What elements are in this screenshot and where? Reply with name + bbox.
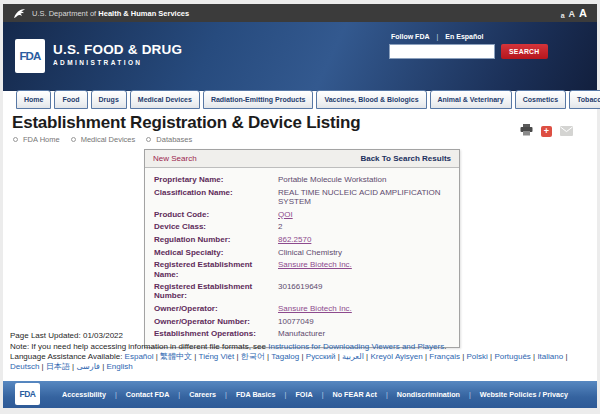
language-assistance: Language Assistance Available: Español繁體…	[10, 352, 591, 371]
fda-logo[interactable]: FDA	[15, 39, 45, 73]
language-link[interactable]: Polski	[467, 352, 495, 361]
footer-link[interactable]: No FEAR Act	[333, 390, 397, 399]
language-link[interactable]: Français	[429, 352, 466, 361]
fda-wordmark-line2: ADMINISTRATION	[53, 59, 182, 66]
breadcrumb-fda-home[interactable]: FDA Home	[23, 135, 60, 144]
search-input[interactable]	[389, 44, 495, 59]
language-link[interactable]: English	[106, 362, 132, 371]
device-record-panel: New Search Back To Search Results Propri…	[144, 149, 460, 348]
nav-tab[interactable]: Food	[54, 90, 87, 109]
hhs-top-bar: U.S. Department of Health & Human Servic…	[3, 4, 597, 22]
breadcrumb-databases[interactable]: Databases	[156, 135, 192, 144]
footer-fda-logo[interactable]: FDA	[15, 383, 40, 405]
breadcrumb: FDA Home Medical Devices Databases	[13, 135, 198, 144]
new-search-link[interactable]: New Search	[153, 154, 197, 163]
breadcrumb-bullet-icon	[71, 137, 76, 142]
language-link[interactable]: Tagalog	[271, 352, 306, 361]
field-label: Device Class:	[154, 222, 270, 231]
language-link[interactable]: 한국어	[241, 352, 272, 361]
share-icon[interactable]: +	[541, 126, 552, 137]
en-espanol-link[interactable]: En Español	[445, 33, 483, 40]
field-label: Owner/Operator:	[154, 304, 270, 313]
field-label: Product Code:	[154, 210, 270, 219]
nav-tab[interactable]: Drugs	[91, 90, 127, 109]
font-size-small-button[interactable]: a	[561, 12, 565, 19]
language-link[interactable]: Deutsch	[10, 362, 46, 371]
search-button[interactable]: SEARCH	[501, 44, 548, 59]
language-link[interactable]: 繁體中文	[160, 352, 199, 361]
language-link[interactable]: Kreyòl Ayisyen	[370, 352, 429, 361]
page-title: Establishment Registration & Device List…	[12, 113, 360, 133]
breadcrumb-bullet-icon	[146, 137, 151, 142]
file-formats-note: Note: If you need help accessing informa…	[10, 342, 591, 352]
fda-wordmark-line1: U.S. FOOD & DRUG	[53, 42, 182, 57]
language-link[interactable]: فارسی	[76, 362, 106, 371]
owner-operator-link[interactable]: Sansure Biotech Inc.	[278, 304, 450, 313]
field-label: Regulation Number:	[154, 235, 270, 244]
fda-wordmark: U.S. FOOD & DRUG ADMINISTRATION	[53, 42, 182, 66]
footer-link[interactable]: Website Policies / Privacy	[480, 390, 568, 399]
nav-tab[interactable]: Radiation-Emitting Products	[203, 90, 314, 109]
registered-establishment-name-link[interactable]: Sansure Biotech Inc.	[278, 260, 450, 278]
field-label: Medical Specialty:	[154, 248, 270, 257]
field-label: Registered Establishment Name:	[154, 260, 270, 278]
registered-establishment-number-value: 3016619649	[278, 282, 450, 300]
primary-nav: HomeFoodDrugsMedical DevicesRadiation-Em…	[16, 90, 597, 109]
regulation-number-link[interactable]: 862.2570	[278, 235, 450, 244]
site-footer: FDA AccessibilityContact FDACareersFDA B…	[3, 381, 597, 408]
language-link[interactable]: Português	[494, 352, 537, 361]
language-link[interactable]: Italiano	[537, 352, 567, 361]
proprietary-name-value: Portable Molecule Workstation	[278, 175, 450, 184]
classification-name-value: REAL TIME NUCLEIC ACID AMPLIFICATION SYS…	[278, 188, 450, 206]
footer-link[interactable]: FDA Basics	[236, 390, 296, 399]
nav-tab[interactable]: Cosmetics	[515, 90, 566, 109]
nav-tab[interactable]: Tobacco Products	[569, 90, 600, 109]
footer-link[interactable]: Contact FDA	[126, 390, 189, 399]
language-link[interactable]: Español	[125, 352, 160, 361]
nav-tab[interactable]: Animal & Veterinary	[430, 90, 512, 109]
back-to-search-results-link[interactable]: Back To Search Results	[360, 154, 451, 163]
fda-header: FDA U.S. FOOD & DRUG ADMINISTRATION Foll…	[3, 22, 597, 91]
record-panel-header: New Search Back To Search Results	[145, 150, 459, 168]
field-label: Owner/Operator Number:	[154, 317, 270, 326]
device-record-fields: Proprietary Name: Portable Molecule Work…	[145, 168, 459, 347]
nav-tab[interactable]: Home	[16, 90, 51, 109]
page-footer-text: Page Last Updated: 01/03/2022 Note: If y…	[10, 331, 591, 372]
follow-fda-link[interactable]: Follow FDA	[391, 33, 430, 40]
device-class-value: 2	[278, 222, 450, 231]
email-icon[interactable]	[560, 122, 573, 140]
footer-link[interactable]: Accessibility	[62, 390, 126, 399]
breadcrumb-bullet-icon	[13, 137, 18, 142]
viewers-players-link[interactable]: Instructions for Downloading Viewers and…	[268, 342, 444, 351]
footer-link[interactable]: Nondiscrimination	[397, 390, 480, 399]
language-link[interactable]: Русский	[306, 352, 342, 361]
page-body: HomeFoodDrugsMedical DevicesRadiation-Em…	[3, 91, 597, 381]
breadcrumb-medical-devices[interactable]: Medical Devices	[81, 135, 136, 144]
font-size-large-button[interactable]: A	[579, 7, 587, 19]
footer-link[interactable]: FOIA	[295, 390, 332, 399]
page-action-icons: +	[520, 122, 573, 140]
print-icon[interactable]	[520, 122, 533, 140]
language-link[interactable]: 日本語	[46, 362, 77, 371]
owner-operator-number-value: 10077049	[278, 317, 450, 326]
product-code-link[interactable]: QOI	[278, 210, 450, 219]
medical-specialty-value: Clinical Chemistry	[278, 248, 450, 257]
nav-tab[interactable]: Medical Devices	[130, 90, 200, 109]
last-updated-text: Page Last Updated: 01/03/2022	[10, 331, 591, 341]
field-label: Registered Establishment Number:	[154, 282, 270, 300]
font-size-medium-button[interactable]: A	[569, 9, 576, 19]
language-link[interactable]: Tiếng Việt	[199, 352, 241, 361]
field-label: Classification Name:	[154, 188, 270, 206]
language-link[interactable]: العربية	[342, 352, 370, 361]
font-size-controls: a A A	[561, 7, 587, 19]
footer-link[interactable]: Careers	[189, 390, 236, 399]
hhs-department-label[interactable]: U.S. Department of Health & Human Servic…	[32, 9, 189, 18]
header-utility-links: Follow FDA | En Español	[389, 33, 557, 40]
hhs-eagle-icon	[13, 8, 26, 19]
field-label: Proprietary Name:	[154, 175, 270, 184]
nav-tab[interactable]: Vaccines, Blood & Biologics	[316, 90, 426, 109]
